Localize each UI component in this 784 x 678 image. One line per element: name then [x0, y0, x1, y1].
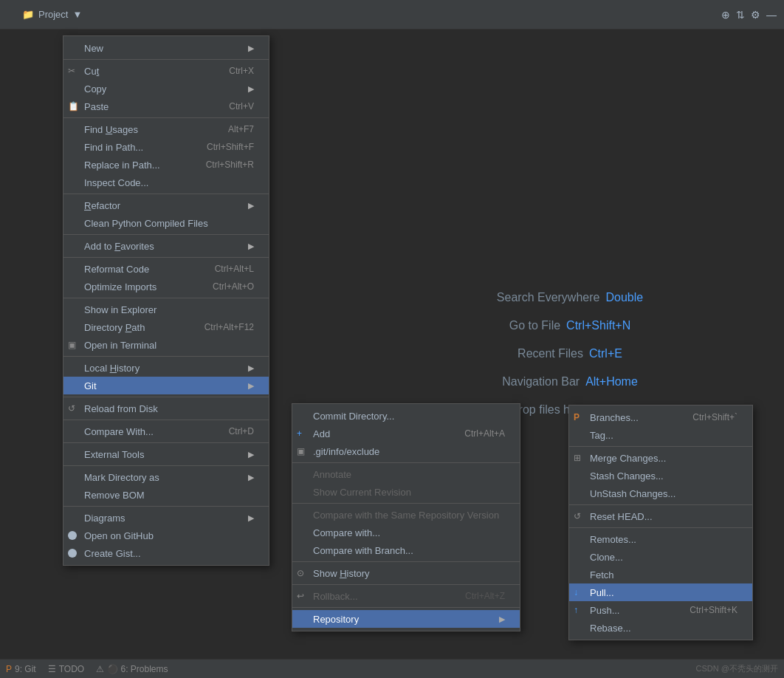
menu-clean-label: Clean Python Compiled Files	[84, 218, 208, 229]
settings-icon[interactable]: ⚙	[751, 9, 760, 21]
git-show-history[interactable]: ⊙ Show History	[292, 564, 520, 582]
git-compare-branch[interactable]: Compare with Branch...	[292, 541, 520, 559]
git-exclude-icon: ▣	[297, 446, 305, 456]
sep-1	[63, 59, 269, 60]
gitops-fetch[interactable]: Fetch	[569, 566, 752, 583]
sep-12	[63, 506, 269, 507]
git-sep-3	[292, 561, 520, 562]
git-add[interactable]: + Add Ctrl+Alt+A	[292, 425, 520, 442]
menu-reload-disk[interactable]: ↺ Reload from Disk	[63, 400, 269, 417]
git-exclude[interactable]: ▣ .git/info/exclude	[292, 442, 520, 460]
git-compare-branch-label: Compare with Branch...	[313, 545, 413, 556]
gitops-reset-head[interactable]: ↺ Reset HEAD...	[569, 507, 752, 525]
menu-optimize-imports[interactable]: Optimize Imports Ctrl+Alt+O	[63, 278, 269, 295]
git-sep-2	[292, 503, 520, 504]
gitops-tag-label: Tag...	[590, 430, 613, 441]
menu-local-history[interactable]: Local History ▶	[63, 359, 269, 377]
git-commit-dir[interactable]: Commit Directory...	[292, 407, 520, 425]
new-arrow-icon: ▶	[248, 44, 254, 53]
reformat-shortcut: Ctrl+Alt+L	[200, 264, 254, 274]
git-repository[interactable]: Repository ▶	[292, 610, 520, 628]
menu-find-usages[interactable]: Find Usages Alt+F7	[63, 120, 269, 138]
reset-icon: ↺	[574, 511, 581, 521]
sep-6	[63, 298, 269, 298]
git-compare-with[interactable]: Compare with...	[292, 524, 520, 541]
gitops-clone[interactable]: Clone...	[569, 548, 752, 566]
menu-find-usages-label: Find Usages	[84, 124, 138, 135]
menu-show-explorer[interactable]: Show in Explorer	[63, 301, 269, 318]
menu-open-terminal[interactable]: ▣ Open in Terminal	[63, 336, 269, 354]
git-repo-arrow: ▶	[499, 614, 505, 624]
menu-copy[interactable]: Copy ▶	[63, 80, 269, 97]
compare-shortcut: Ctrl+D	[214, 426, 254, 436]
menu-inspect-code[interactable]: Inspect Code...	[63, 174, 269, 191]
menu-create-gist[interactable]: Create Gist...	[63, 544, 269, 562]
sep-2	[63, 117, 269, 118]
menu-compare-with[interactable]: Compare With... Ctrl+D	[63, 422, 269, 440]
branches-icon: P	[574, 412, 580, 422]
gitops-merge[interactable]: ⊞ Merge Changes...	[569, 449, 752, 467]
gitops-push[interactable]: ↑ Push... Ctrl+Shift+K	[569, 601, 752, 619]
sep-3	[63, 194, 269, 194]
sep-8	[63, 397, 269, 397]
git-compare-repo-label: Compare with the Same Repository Version	[313, 510, 499, 521]
toolbar-title: 📁 Project ▼	[22, 9, 82, 20]
menu-external-tools[interactable]: External Tools ▶	[63, 445, 269, 463]
menu-reformat-code[interactable]: Reformat Code Ctrl+Alt+L	[63, 260, 269, 278]
problems-icon: ⚠	[96, 664, 104, 674]
mark-dir-arrow: ▶	[248, 473, 254, 482]
menu-cut-label: Cut	[84, 66, 99, 77]
refactor-arrow: ▶	[248, 201, 254, 210]
menu-new[interactable]: New ▶	[63, 39, 269, 57]
menu-cut[interactable]: ✂ Cut Ctrl+X	[63, 62, 269, 80]
gitops-branches[interactable]: P Branches... Ctrl+Shift+`	[569, 408, 752, 426]
menu-git[interactable]: Git ▶	[63, 377, 269, 394]
menu-history-label: Local History	[84, 363, 140, 374]
sep-4	[63, 234, 269, 235]
gitops-stash[interactable]: Stash Changes...	[569, 467, 752, 484]
gitops-unstash[interactable]: UnStash Changes...	[569, 484, 752, 502]
layout-icon[interactable]: ⇅	[736, 9, 745, 21]
paste-shortcut: Ctrl+V	[214, 101, 254, 112]
gitops-tag[interactable]: Tag...	[569, 426, 752, 444]
history-icon: ⊙	[297, 568, 304, 578]
menu-clean-python[interactable]: Clean Python Compiled Files	[63, 214, 269, 232]
menu-refactor-label: Refactor	[84, 200, 120, 211]
menu-refactor[interactable]: Refactor ▶	[63, 196, 269, 214]
toolbar-dropdown-arrow[interactable]: ▼	[72, 9, 82, 20]
git-add-label: Add	[313, 428, 330, 439]
gitops-sep-3	[569, 527, 752, 528]
menu-github-label: Open on GitHub	[84, 530, 154, 541]
toolbar-project-label: Project	[38, 9, 68, 20]
gitops-pull[interactable]: ↓ Pull...	[569, 583, 752, 601]
menu-mark-directory[interactable]: Mark Directory as ▶	[63, 468, 269, 486]
git-rollback-label: Rollback...	[313, 591, 358, 602]
status-git[interactable]: P 9: Git	[6, 664, 36, 674]
menu-remove-bom[interactable]: Remove BOM	[63, 486, 269, 504]
gitops-remotes[interactable]: Remotes...	[569, 530, 752, 548]
status-todo[interactable]: ☰ TODO	[48, 664, 84, 674]
menu-copy-label: Copy	[84, 83, 106, 95]
git-ops-submenu: P Branches... Ctrl+Shift+` Tag... ⊞ Merg…	[568, 405, 753, 640]
menu-replace-in-path[interactable]: Replace in Path... Ctrl+Shift+R	[63, 156, 269, 174]
pull-icon: ↓	[574, 587, 578, 597]
menu-terminal-label: Open in Terminal	[84, 340, 157, 351]
minimize-icon[interactable]: —	[766, 9, 777, 21]
gitops-pull-label: Pull...	[590, 587, 614, 598]
menu-open-github[interactable]: Open on GitHub	[63, 527, 269, 544]
cut-icon: ✂	[68, 66, 75, 76]
github-icon-1	[68, 531, 77, 540]
gitops-unstash-label: UnStash Changes...	[590, 488, 675, 499]
gitops-rebase[interactable]: Rebase...	[569, 619, 752, 637]
menu-optimize-label: Optimize Imports	[84, 281, 157, 292]
menu-find-in-path[interactable]: Find in Path... Ctrl+Shift+F	[63, 138, 269, 156]
add-icon[interactable]: ⊕	[721, 9, 730, 21]
gitops-push-label: Push...	[590, 605, 619, 616]
git-exclude-label: .git/info/exclude	[313, 446, 379, 457]
git-show-rev-label: Show Current Revision	[313, 487, 411, 498]
status-problems[interactable]: ⚠ ⚫ 6: Problems	[96, 664, 168, 674]
menu-diagrams[interactable]: Diagrams ▶	[63, 509, 269, 527]
menu-paste[interactable]: 📋 Paste Ctrl+V	[63, 97, 269, 115]
menu-dir-path[interactable]: Directory Path Ctrl+Alt+F12	[63, 318, 269, 336]
menu-add-favorites[interactable]: Add to Favorites ▶	[63, 237, 269, 255]
